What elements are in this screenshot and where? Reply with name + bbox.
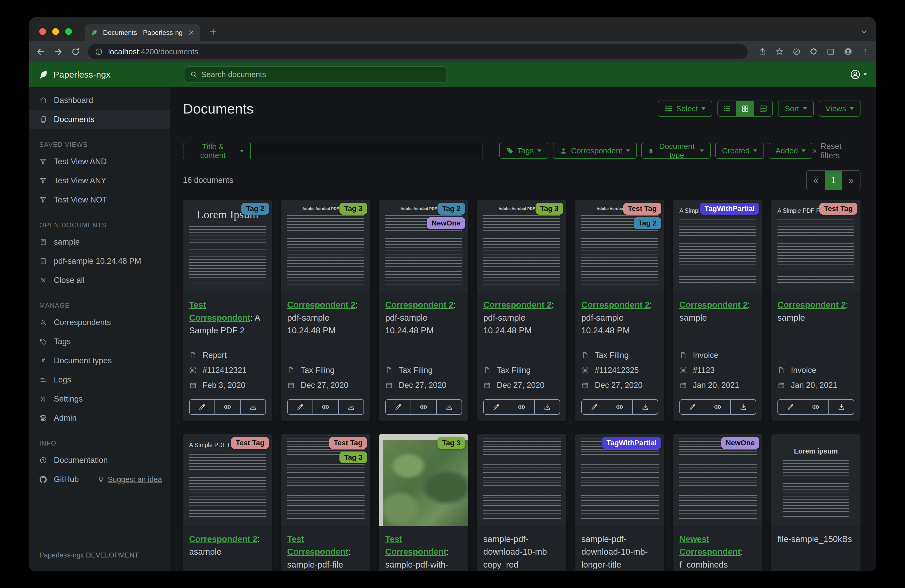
- site-info-icon[interactable]: [95, 48, 103, 56]
- download-button[interactable]: [338, 400, 364, 414]
- document-card[interactable]: A Simple PDF File TagWithPartial Corresp…: [673, 200, 762, 421]
- search-input[interactable]: [201, 70, 442, 79]
- document-card[interactable]: Adobe Acrobat PDF Files Tag 3 Correspond…: [477, 200, 566, 421]
- filter-added-button[interactable]: Added: [768, 143, 812, 159]
- document-thumbnail[interactable]: TagWithPartial: [575, 434, 664, 526]
- sidebar-item-document-types[interactable]: Document types: [29, 351, 170, 370]
- tag-pill[interactable]: Tag 3: [340, 203, 367, 215]
- document-card[interactable]: Lorem Ipsum Tag 2 Test Correspondent: A …: [183, 200, 272, 421]
- filter-created-button[interactable]: Created: [715, 143, 764, 159]
- url-bar[interactable]: localhost:4200/documents: [88, 44, 748, 59]
- view-button[interactable]: [313, 400, 338, 414]
- sort-button[interactable]: Sort: [778, 101, 813, 117]
- correspondent-link[interactable]: Correspondent 2: [483, 300, 552, 309]
- sidebar-item-close-all[interactable]: Close all: [29, 271, 170, 290]
- global-search[interactable]: [185, 67, 447, 82]
- document-thumbnail[interactable]: NewOne: [673, 434, 762, 526]
- tag-pill[interactable]: Test Tag: [329, 437, 367, 449]
- edit-button[interactable]: [778, 400, 803, 414]
- views-button[interactable]: Views: [819, 101, 861, 117]
- correspondent-link[interactable]: Correspondent 2: [189, 534, 257, 544]
- edit-button[interactable]: [680, 400, 705, 414]
- sidebar-item-dashboard[interactable]: Dashboard: [29, 91, 170, 110]
- correspondent-link[interactable]: Correspondent 2: [385, 300, 454, 309]
- reset-filters-button[interactable]: × Reset filters: [812, 143, 861, 159]
- pagination-page-1[interactable]: 1: [825, 171, 842, 190]
- download-button[interactable]: [730, 400, 756, 414]
- correspondent-link[interactable]: Test Correspondent: [287, 534, 348, 557]
- tag-pill[interactable]: Test Tag: [819, 203, 857, 215]
- sidebar-item-test-view-any[interactable]: Test View ANY: [29, 171, 170, 190]
- tag-pill[interactable]: Tag 3: [535, 203, 563, 215]
- minimize-window-button[interactable]: [52, 28, 59, 35]
- download-button[interactable]: [632, 400, 658, 414]
- view-button[interactable]: [509, 400, 534, 414]
- document-thumbnail[interactable]: Test TagTag 3: [281, 434, 370, 526]
- edit-button[interactable]: [582, 400, 607, 414]
- sidebar-item-correspondents[interactable]: Correspondents: [29, 313, 170, 332]
- sidebar-item-sample[interactable]: sample: [29, 233, 170, 252]
- tag-pill[interactable]: Tag 2: [634, 217, 661, 229]
- document-card[interactable]: Lorem ipsum file-sample_150kBs Feb 15, 2…: [771, 434, 861, 571]
- document-thumbnail[interactable]: Adobe Acrobat PDF Files Tag 3: [477, 200, 566, 292]
- list-view-button[interactable]: [718, 101, 736, 116]
- document-thumbnail[interactable]: A Simple PDF File Test Tag: [183, 434, 272, 526]
- document-card[interactable]: Adobe Acrobat PDF Files Tag 2NewOne Corr…: [379, 200, 468, 421]
- correspondent-link[interactable]: Correspondent 2: [581, 300, 649, 309]
- sidebar-link-suggest-an-idea[interactable]: Suggest an idea: [97, 475, 162, 484]
- edit-button[interactable]: [386, 400, 411, 414]
- forward-button[interactable]: [53, 47, 63, 57]
- profile-avatar-icon[interactable]: [843, 47, 853, 56]
- document-card[interactable]: NewOne Newest Correspondent: f_combineds…: [673, 434, 762, 571]
- document-card[interactable]: sample-pdf-download-10-mb copy_red Jan 2…: [477, 434, 566, 571]
- app-brand[interactable]: Paperless-ngx: [38, 69, 111, 80]
- sidebar-item-settings[interactable]: Settings: [29, 390, 170, 409]
- view-button[interactable]: [214, 400, 240, 414]
- document-thumbnail[interactable]: Tag 3: [379, 434, 468, 526]
- browser-menu-kebab-icon[interactable]: [861, 48, 869, 56]
- extensions-puzzle-icon[interactable]: [809, 47, 818, 56]
- document-thumbnail[interactable]: A Simple PDF File Test Tag: [771, 200, 861, 292]
- user-menu[interactable]: [849, 69, 867, 80]
- view-button[interactable]: [803, 400, 828, 414]
- document-thumbnail[interactable]: Adobe Acrobat PDF Files Tag 3: [281, 200, 370, 292]
- bookmark-star-icon[interactable]: [775, 47, 784, 56]
- document-card[interactable]: Tag 3 Test Correspondent: sample-pdf-wit…: [379, 434, 468, 571]
- tag-pill[interactable]: NewOne: [427, 217, 465, 229]
- pagination-prev-button[interactable]: «: [807, 171, 825, 190]
- sidebar-item-tags[interactable]: Tags: [29, 332, 170, 351]
- pagination-next-button[interactable]: »: [842, 171, 860, 190]
- tag-pill[interactable]: NewOne: [721, 437, 759, 449]
- tab-close-icon[interactable]: [188, 29, 195, 36]
- document-thumbnail[interactable]: Lorem ipsum: [771, 434, 861, 526]
- tag-pill[interactable]: TagWithPartial: [602, 437, 661, 449]
- sidebar-item-admin[interactable]: Admin: [29, 409, 170, 428]
- document-card[interactable]: Adobe Acrobat PDF Files Tag 3 Correspond…: [281, 200, 370, 421]
- filter-tags-button[interactable]: Tags: [499, 143, 548, 159]
- tab-search-chevron-icon[interactable]: [860, 28, 868, 36]
- reload-button[interactable]: [71, 47, 80, 56]
- share-icon[interactable]: [758, 47, 767, 56]
- sidebar-item-documents[interactable]: Documents: [29, 110, 170, 129]
- correspondent-link[interactable]: Test Correspondent: [385, 534, 446, 557]
- window-controls[interactable]: [39, 28, 72, 35]
- tag-pill[interactable]: Test Tag: [623, 203, 661, 215]
- sidebar-item-pdf-sample-10-24-48-pm[interactable]: pdf-sample 10.24.48 PM: [29, 252, 170, 271]
- detail-view-button[interactable]: [754, 101, 772, 116]
- sidebar-item-logs[interactable]: Logs: [29, 370, 170, 390]
- tag-pill[interactable]: TagWithPartial: [700, 203, 759, 215]
- sidebar-item-test-view-and[interactable]: Test View AND: [29, 152, 170, 171]
- filter-document-type-button[interactable]: Document type: [641, 143, 710, 159]
- document-thumbnail[interactable]: A Simple PDF File TagWithPartial: [673, 200, 762, 292]
- filter-text-input[interactable]: [251, 143, 483, 159]
- select-button[interactable]: Select: [658, 101, 712, 117]
- document-thumbnail[interactable]: [477, 434, 566, 526]
- edit-button[interactable]: [190, 400, 214, 414]
- download-button[interactable]: [436, 400, 462, 414]
- view-button[interactable]: [607, 400, 632, 414]
- filter-correspondent-button[interactable]: Correspondent: [553, 143, 637, 159]
- download-button[interactable]: [534, 400, 560, 414]
- grid-view-button[interactable]: [736, 101, 754, 116]
- sidebar-item-test-view-not[interactable]: Test View NOT: [29, 190, 170, 209]
- correspondent-link[interactable]: Correspondent 2: [287, 300, 356, 309]
